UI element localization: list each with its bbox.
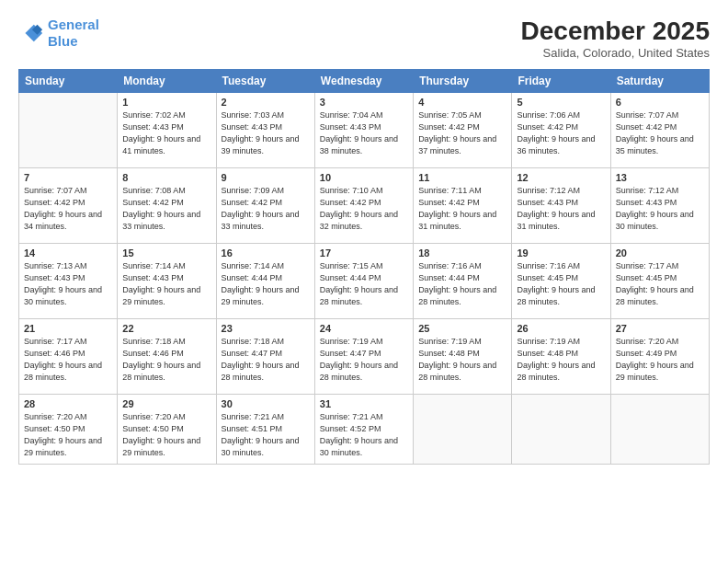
table-row: 31 Sunrise: 7:21 AM Sunset: 4:52 PM Dayl…: [314, 395, 413, 465]
table-row: 30 Sunrise: 7:21 AM Sunset: 4:51 PM Dayl…: [216, 395, 314, 465]
table-row: 5 Sunrise: 7:06 AM Sunset: 4:42 PM Dayli…: [512, 93, 610, 168]
table-row: 4 Sunrise: 7:05 AM Sunset: 4:42 PM Dayli…: [414, 93, 512, 168]
table-row: 15 Sunrise: 7:14 AM Sunset: 4:43 PM Dayl…: [118, 244, 216, 319]
table-row: 16 Sunrise: 7:14 AM Sunset: 4:44 PM Dayl…: [216, 244, 314, 319]
day-info: Sunrise: 7:14 AM Sunset: 4:43 PM Dayligh…: [122, 260, 210, 308]
day-number: 4: [418, 97, 506, 108]
day-info: Sunrise: 7:21 AM Sunset: 4:52 PM Dayligh…: [320, 411, 408, 459]
logo-line1: General: [48, 17, 99, 32]
table-row: 25 Sunrise: 7:19 AM Sunset: 4:48 PM Dayl…: [414, 319, 512, 395]
day-number: 1: [122, 97, 210, 108]
table-row: [414, 395, 512, 465]
day-number: 3: [320, 97, 408, 108]
table-row: 2 Sunrise: 7:03 AM Sunset: 4:43 PM Dayli…: [216, 93, 314, 168]
table-row: 26 Sunrise: 7:19 AM Sunset: 4:48 PM Dayl…: [512, 319, 610, 395]
calendar: Sunday Monday Tuesday Wednesday Thursday…: [18, 69, 710, 465]
day-number: 9: [222, 172, 310, 183]
day-number: 27: [616, 323, 704, 334]
day-number: 26: [517, 323, 605, 334]
table-row: 29 Sunrise: 7:20 AM Sunset: 4:50 PM Dayl…: [118, 395, 216, 465]
table-row: 14 Sunrise: 7:13 AM Sunset: 4:43 PM Dayl…: [19, 244, 118, 319]
day-info: Sunrise: 7:10 AM Sunset: 4:42 PM Dayligh…: [320, 185, 408, 233]
table-row: 12 Sunrise: 7:12 AM Sunset: 4:43 PM Dayl…: [512, 168, 610, 244]
calendar-header-row: Sunday Monday Tuesday Wednesday Thursday…: [19, 70, 710, 93]
col-wednesday: Wednesday: [314, 70, 413, 93]
day-number: 25: [418, 323, 506, 334]
day-number: 31: [320, 398, 408, 409]
logo-line2: Blue: [48, 33, 78, 49]
logo-text: General Blue: [48, 17, 99, 50]
col-sunday: Sunday: [19, 70, 118, 93]
table-row: 10 Sunrise: 7:10 AM Sunset: 4:42 PM Dayl…: [314, 168, 413, 244]
table-row: 28 Sunrise: 7:20 AM Sunset: 4:50 PM Dayl…: [19, 395, 118, 465]
day-info: Sunrise: 7:04 AM Sunset: 4:43 PM Dayligh…: [320, 109, 408, 157]
table-row: 1 Sunrise: 7:02 AM Sunset: 4:43 PM Dayli…: [118, 93, 216, 168]
day-number: 15: [122, 247, 210, 259]
day-info: Sunrise: 7:17 AM Sunset: 4:46 PM Dayligh…: [24, 336, 112, 384]
day-info: Sunrise: 7:19 AM Sunset: 4:47 PM Dayligh…: [320, 336, 408, 384]
table-row: 21 Sunrise: 7:17 AM Sunset: 4:46 PM Dayl…: [19, 319, 118, 395]
day-info: Sunrise: 7:16 AM Sunset: 4:45 PM Dayligh…: [517, 260, 605, 308]
table-row: 24 Sunrise: 7:19 AM Sunset: 4:47 PM Dayl…: [314, 319, 413, 395]
day-info: Sunrise: 7:21 AM Sunset: 4:51 PM Dayligh…: [222, 411, 310, 459]
page: General Blue December 2025 Salida, Color…: [0, 0, 728, 563]
day-info: Sunrise: 7:13 AM Sunset: 4:43 PM Dayligh…: [24, 260, 112, 308]
col-saturday: Saturday: [610, 70, 709, 93]
day-number: 18: [418, 247, 506, 259]
table-row: 23 Sunrise: 7:18 AM Sunset: 4:47 PM Dayl…: [216, 319, 314, 395]
day-number: 19: [517, 247, 605, 259]
day-info: Sunrise: 7:07 AM Sunset: 4:42 PM Dayligh…: [616, 109, 704, 157]
day-number: 29: [122, 398, 210, 409]
table-row: 27 Sunrise: 7:20 AM Sunset: 4:49 PM Dayl…: [610, 319, 709, 395]
day-info: Sunrise: 7:14 AM Sunset: 4:44 PM Dayligh…: [222, 260, 310, 308]
day-number: 6: [616, 97, 704, 108]
day-info: Sunrise: 7:16 AM Sunset: 4:44 PM Dayligh…: [418, 260, 506, 308]
table-row: 17 Sunrise: 7:15 AM Sunset: 4:44 PM Dayl…: [314, 244, 413, 319]
title-block: December 2025 Salida, Colorado, United S…: [521, 17, 710, 60]
day-number: 14: [24, 247, 112, 259]
day-info: Sunrise: 7:08 AM Sunset: 4:42 PM Dayligh…: [122, 185, 210, 233]
day-number: 23: [222, 323, 310, 334]
day-info: Sunrise: 7:12 AM Sunset: 4:43 PM Dayligh…: [517, 185, 605, 233]
col-monday: Monday: [118, 70, 216, 93]
day-info: Sunrise: 7:18 AM Sunset: 4:47 PM Dayligh…: [222, 336, 310, 384]
day-info: Sunrise: 7:20 AM Sunset: 4:49 PM Dayligh…: [616, 336, 704, 384]
day-number: 28: [24, 398, 112, 409]
day-number: 7: [24, 172, 112, 183]
day-info: Sunrise: 7:02 AM Sunset: 4:43 PM Dayligh…: [122, 109, 210, 157]
table-row: 20 Sunrise: 7:17 AM Sunset: 4:45 PM Dayl…: [610, 244, 709, 319]
day-number: 10: [320, 172, 408, 183]
table-row: 13 Sunrise: 7:12 AM Sunset: 4:43 PM Dayl…: [610, 168, 709, 244]
table-row: 6 Sunrise: 7:07 AM Sunset: 4:42 PM Dayli…: [610, 93, 709, 168]
logo: General Blue: [18, 17, 99, 50]
day-number: 17: [320, 247, 408, 259]
col-friday: Friday: [512, 70, 610, 93]
day-number: 30: [222, 398, 310, 409]
day-info: Sunrise: 7:05 AM Sunset: 4:42 PM Dayligh…: [418, 109, 506, 157]
table-row: [512, 395, 610, 465]
day-info: Sunrise: 7:12 AM Sunset: 4:43 PM Dayligh…: [616, 185, 704, 233]
day-number: 20: [616, 247, 704, 259]
day-info: Sunrise: 7:06 AM Sunset: 4:42 PM Dayligh…: [517, 109, 605, 157]
table-row: 19 Sunrise: 7:16 AM Sunset: 4:45 PM Dayl…: [512, 244, 610, 319]
table-row: 9 Sunrise: 7:09 AM Sunset: 4:42 PM Dayli…: [216, 168, 314, 244]
day-info: Sunrise: 7:19 AM Sunset: 4:48 PM Dayligh…: [517, 336, 605, 384]
header: General Blue December 2025 Salida, Color…: [18, 17, 710, 60]
day-info: Sunrise: 7:15 AM Sunset: 4:44 PM Dayligh…: [320, 260, 408, 308]
day-number: 2: [222, 97, 310, 108]
table-row: 18 Sunrise: 7:16 AM Sunset: 4:44 PM Dayl…: [414, 244, 512, 319]
day-info: Sunrise: 7:03 AM Sunset: 4:43 PM Dayligh…: [222, 109, 310, 157]
table-row: [19, 93, 118, 168]
table-row: [610, 395, 709, 465]
col-tuesday: Tuesday: [216, 70, 314, 93]
day-number: 5: [517, 97, 605, 108]
subtitle: Salida, Colorado, United States: [521, 46, 710, 60]
logo-icon: [18, 20, 44, 46]
day-info: Sunrise: 7:09 AM Sunset: 4:42 PM Dayligh…: [222, 185, 310, 233]
table-row: 22 Sunrise: 7:18 AM Sunset: 4:46 PM Dayl…: [118, 319, 216, 395]
day-info: Sunrise: 7:18 AM Sunset: 4:46 PM Dayligh…: [122, 336, 210, 384]
day-number: 16: [222, 247, 310, 259]
day-info: Sunrise: 7:11 AM Sunset: 4:42 PM Dayligh…: [418, 185, 506, 233]
day-info: Sunrise: 7:17 AM Sunset: 4:45 PM Dayligh…: [616, 260, 704, 308]
day-number: 11: [418, 172, 506, 183]
